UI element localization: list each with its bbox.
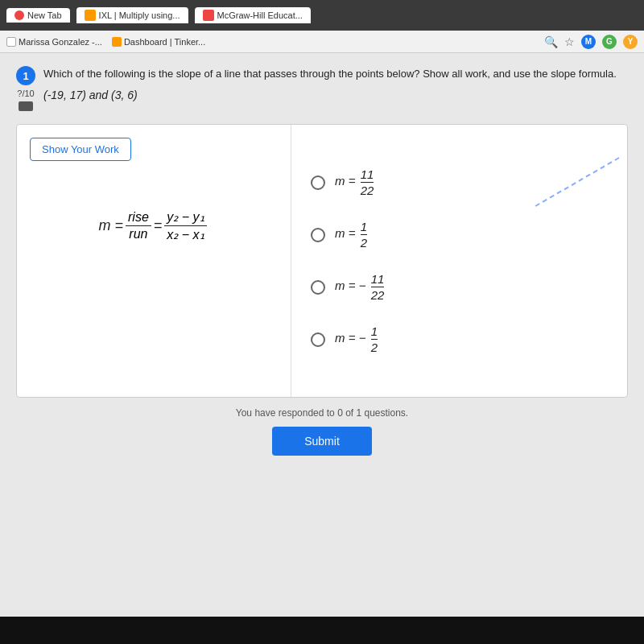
work-area: Show Your Work m = rise run = y₂ − y₁ x₂… xyxy=(16,124,628,398)
question-container: 1 ?/10 Which of the following is the slo… xyxy=(16,66,628,111)
formula-x2-x1: x₂ − x₁ xyxy=(164,227,206,242)
answer-c-text: m = − 11 22 xyxy=(335,272,386,302)
answer-a-line xyxy=(361,182,374,183)
formula-run: run xyxy=(126,227,150,242)
answer-d-num: 1 xyxy=(371,324,378,338)
counter-progress-box xyxy=(19,101,33,111)
tab-ixl[interactable]: IXL | Multiply using... xyxy=(76,7,188,23)
answer-d-fraction: 1 2 xyxy=(371,324,378,354)
answer-b-num: 1 xyxy=(361,220,367,233)
formula-equals: = xyxy=(154,217,163,234)
answer-b-den: 2 xyxy=(361,236,367,250)
tab-ixl-label: IXL | Multiply using... xyxy=(99,10,180,20)
page-content: 1 ?/10 Which of the following is the slo… xyxy=(0,53,644,617)
new-tab-icon xyxy=(14,10,24,20)
bookmark-dashboard-icon xyxy=(112,37,122,47)
answer-option-b[interactable]: m = 1 2 xyxy=(311,220,608,250)
question-text: Which of the following is the slope of a… xyxy=(43,66,628,82)
answer-c-den: 22 xyxy=(371,288,385,302)
answer-a-num: 11 xyxy=(361,167,374,181)
question-counter: ?/10 xyxy=(17,89,34,98)
radio-d[interactable] xyxy=(311,332,325,347)
search-icon[interactable]: 🔍 xyxy=(544,35,558,48)
formula-rise: rise xyxy=(126,210,151,225)
answer-c-fraction: 11 22 xyxy=(371,272,385,302)
mcgraw-tab-icon xyxy=(203,10,214,21)
formula-display: m = rise run = y₂ − y₁ x₂ − x₁ xyxy=(30,177,278,258)
bookmark-dashboard-label: Dashboard | Tinker... xyxy=(124,37,205,47)
question-points: (-19, 17) and (3, 6) xyxy=(43,87,628,104)
tab-new-label: New Tab xyxy=(27,10,62,20)
answer-d-line xyxy=(371,339,378,340)
answer-a-fraction: 11 22 xyxy=(361,167,374,197)
formula-rise-run: rise run xyxy=(126,210,151,242)
answer-d-den: 2 xyxy=(371,341,378,354)
formula-m-label: m = xyxy=(99,217,124,234)
submit-button[interactable]: Submit xyxy=(272,427,372,456)
profile-icon[interactable]: M xyxy=(581,35,596,49)
browser-chrome: New Tab IXL | Multiply using... McGraw-H… xyxy=(0,0,644,31)
extension-icon-g[interactable]: G xyxy=(602,35,617,49)
bookmark-dashboard[interactable]: Dashboard | Tinker... xyxy=(112,37,205,47)
ixl-tab-icon xyxy=(85,10,96,21)
star-icon[interactable]: ☆ xyxy=(564,35,575,48)
tab-new[interactable]: New Tab xyxy=(6,8,70,23)
fraction-line-1 xyxy=(126,225,151,226)
answer-b-fraction: 1 2 xyxy=(361,220,367,250)
answer-option-c[interactable]: m = − 11 22 xyxy=(311,272,608,302)
tab-mcgraw[interactable]: McGraw-Hill Educat... xyxy=(195,7,311,23)
fraction-line-2 xyxy=(164,225,206,226)
show-your-work-button[interactable]: Show Your Work xyxy=(30,138,131,161)
formula-y2-y1: y₂ − y₁ xyxy=(164,209,206,225)
answer-a-text: m = 11 22 xyxy=(335,167,375,197)
radio-c[interactable] xyxy=(311,280,325,295)
answer-option-d[interactable]: m = − 1 2 xyxy=(311,324,608,354)
answer-d-text: m = − 1 2 xyxy=(335,324,379,354)
bookmark-marissa-icon xyxy=(6,37,16,47)
answer-a-den: 22 xyxy=(361,184,374,197)
bookmark-marissa[interactable]: Marissa Gonzalez -... xyxy=(6,37,102,47)
radio-a[interactable] xyxy=(311,175,325,190)
tab-mcgraw-label: McGraw-Hill Educat... xyxy=(217,10,303,20)
left-panel: Show Your Work m = rise run = y₂ − y₁ x₂… xyxy=(17,125,291,397)
answer-c-line xyxy=(371,287,385,287)
radio-b[interactable] xyxy=(311,228,325,242)
answer-c-num: 11 xyxy=(371,272,385,286)
formula-y-over-x: y₂ − y₁ x₂ − x₁ xyxy=(164,209,206,242)
question-number: 1 xyxy=(16,66,35,85)
answer-b-line xyxy=(361,234,367,235)
bookmark-bar: Marissa Gonzalez -... Dashboard | Tinker… xyxy=(0,31,644,53)
browser-toolbar-icons: 🔍 ☆ M G Y xyxy=(544,35,638,49)
bookmark-marissa-label: Marissa Gonzalez -... xyxy=(19,37,102,47)
right-panel: m = 11 22 m = 1 2 xyxy=(291,125,627,397)
answer-b-text: m = 1 2 xyxy=(335,220,369,250)
answer-option-a[interactable]: m = 11 22 xyxy=(311,167,608,197)
extension-icon-y[interactable]: Y xyxy=(623,35,638,49)
responded-text: You have responded to 0 of 1 questions. xyxy=(16,407,628,419)
